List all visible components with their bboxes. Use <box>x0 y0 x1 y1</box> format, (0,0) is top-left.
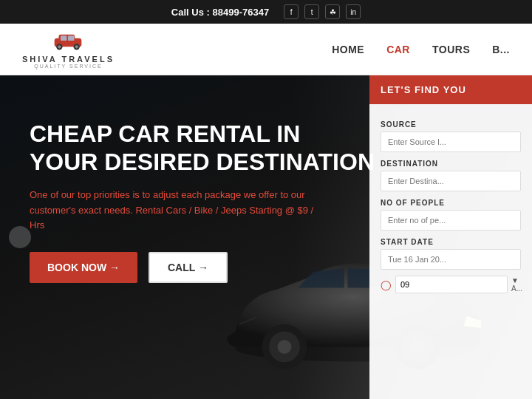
date-input[interactable] <box>381 249 521 270</box>
hero-section: CHEAP CAR RENTAL IN YOUR DESIRED DESTINA… <box>0 75 532 399</box>
hero-description: One of our top priorities is to adjust e… <box>30 188 325 233</box>
hero-title: CHEAP CAR RENTAL IN YOUR DESIRED DESTINA… <box>30 120 384 177</box>
twitter-icon[interactable]: t <box>304 4 319 19</box>
svg-rect-7 <box>68 35 74 41</box>
panel-body: SOURCE DESTINATION NO OF PEOPLE START DA… <box>369 104 532 302</box>
svg-rect-6 <box>61 35 66 41</box>
destination-label: DESTINATION <box>381 160 521 168</box>
linkedin-icon[interactable]: in <box>346 4 361 19</box>
call-button[interactable]: CALL → <box>149 252 228 283</box>
date-label: START DATE <box>381 238 521 246</box>
source-input[interactable] <box>381 132 521 152</box>
logo: SHIVA TRAVELS QUALITY SERVICE <box>22 30 115 69</box>
people-label: NO OF PEOPLE <box>381 199 521 207</box>
time-row: ◯ ▼ A... <box>381 276 521 293</box>
time-input[interactable] <box>395 276 508 293</box>
booking-panel: LET'S FIND YOU SOURCE DESTINATION NO OF … <box>369 75 532 399</box>
slide-prev-dot[interactable] <box>9 226 31 248</box>
source-label: SOURCE <box>381 120 521 129</box>
hero-buttons: BOOK NOW → CALL → <box>30 252 384 283</box>
instagram-icon[interactable]: ☘ <box>325 4 340 19</box>
clock-icon: ◯ <box>381 279 392 290</box>
svg-point-5 <box>75 45 78 48</box>
destination-input[interactable] <box>381 171 521 191</box>
nav-links: HOME CAR TOURS B... <box>332 44 510 55</box>
hero-content: CHEAP CAR RENTAL IN YOUR DESIRED DESTINA… <box>0 75 414 327</box>
logo-car-icon <box>50 30 86 55</box>
logo-name: SHIVA TRAVELS <box>22 55 115 64</box>
navbar: SHIVA TRAVELS QUALITY SERVICE HOME CAR T… <box>0 24 532 75</box>
top-bar: Call Us : 88499-76347 f t ☘ in <box>0 0 532 24</box>
nav-tours[interactable]: TOURS <box>432 44 470 55</box>
book-now-button[interactable]: BOOK NOW → <box>30 252 137 283</box>
logo-subtitle: QUALITY SERVICE <box>34 64 102 69</box>
phone-number: Call Us : 88499-76347 <box>171 7 269 18</box>
nav-home[interactable]: HOME <box>332 44 364 55</box>
svg-point-11 <box>278 340 292 354</box>
nav-more[interactable]: B... <box>492 44 510 55</box>
social-icons: f t ☘ in <box>284 4 361 19</box>
facebook-icon[interactable]: f <box>284 4 299 19</box>
svg-point-3 <box>58 45 61 48</box>
time-unit: ▼ A... <box>511 276 522 293</box>
hero-title-line1: CHEAP CAR RENTAL IN <box>30 120 300 147</box>
people-input[interactable] <box>381 210 521 231</box>
nav-car[interactable]: CAR <box>386 44 410 55</box>
hero-title-line2: YOUR DESIRED DESTINATION <box>30 149 375 175</box>
panel-header: LET'S FIND YOU <box>369 75 532 104</box>
